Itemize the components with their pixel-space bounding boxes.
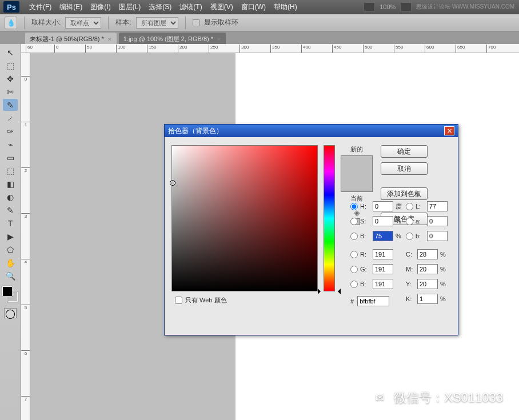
menu-layer[interactable]: 图层(L) xyxy=(115,2,145,12)
cancel-button[interactable]: 取消 xyxy=(381,162,428,175)
menu-help[interactable]: 帮助(H) xyxy=(270,2,301,12)
s-radio[interactable] xyxy=(350,218,358,225)
ruler-vertical: 0 1 2 3 4 5 6 7 xyxy=(21,53,30,420)
zoom-display: 100% xyxy=(380,3,396,10)
hand-tool[interactable]: ✋ xyxy=(3,257,18,269)
l-radio[interactable] xyxy=(406,203,413,210)
g-radio[interactable] xyxy=(350,266,358,273)
brush-tool[interactable]: ✑ xyxy=(3,125,18,137)
arrange-icon[interactable] xyxy=(400,2,412,11)
tab-close-icon[interactable]: ✕ xyxy=(107,37,112,42)
c-input[interactable] xyxy=(417,249,438,259)
eyedropper-tool[interactable]: ✎ xyxy=(3,99,18,111)
r-input[interactable] xyxy=(373,249,393,259)
close-icon[interactable]: ✕ xyxy=(444,126,454,135)
tab-untitled[interactable]: 未标题-1 @ 50%(RGB/8) * ✕ xyxy=(25,33,117,44)
eyedropper-tool-icon[interactable]: 💧 xyxy=(5,17,17,29)
tab-image[interactable]: 1.jpg @ 100% (图层 2, RGB/8) * ✕ xyxy=(119,33,226,44)
b-input[interactable] xyxy=(373,279,393,289)
bv-input[interactable] xyxy=(373,231,393,241)
k-input[interactable] xyxy=(417,294,438,304)
lab-cmyk-fields: L: a: b: C:% M:% Y:% K:% xyxy=(406,199,449,306)
menu-window[interactable]: 窗口(W) xyxy=(237,2,270,12)
r-radio[interactable] xyxy=(350,251,358,258)
a-radio[interactable] xyxy=(406,218,413,225)
web-only-checkbox[interactable] xyxy=(175,297,182,304)
saturation-value-field[interactable] xyxy=(171,145,318,291)
g-input[interactable] xyxy=(373,264,393,274)
add-swatch-button[interactable]: 添加到色板 xyxy=(381,187,428,200)
dialog-titlebar[interactable]: 拾色器（背景色） ✕ xyxy=(165,125,458,137)
new-color-label: 新的 xyxy=(350,145,363,154)
sample-size-select[interactable]: 取样点 xyxy=(65,17,101,29)
color-preview xyxy=(341,155,373,192)
y-input[interactable] xyxy=(417,279,438,289)
show-ring-checkbox[interactable] xyxy=(193,19,199,26)
ruler-horizontal: 60 0 50 100 150 200 250 300 350 400 450 … xyxy=(21,44,519,53)
tab-close-icon[interactable]: ✕ xyxy=(217,37,221,42)
top-watermark: 思缘设计论坛 WWW.MISSYUAN.COM xyxy=(416,3,514,11)
hsb-rgb-fields: H:度 S:% B:% R: G: B: xyxy=(350,199,405,291)
hex-input[interactable] xyxy=(357,296,389,306)
foreground-swatch[interactable] xyxy=(2,286,13,297)
hex-label: # xyxy=(350,298,354,305)
history-brush-tool[interactable]: ▭ xyxy=(3,151,18,163)
menu-select[interactable]: 选择(S) xyxy=(145,2,175,12)
tab-label: 1.jpg @ 100% (图层 2, RGB/8) * xyxy=(123,35,213,43)
type-tool[interactable]: T xyxy=(3,217,18,229)
lb-radio[interactable] xyxy=(406,233,413,240)
m-input[interactable] xyxy=(417,264,438,274)
s-input[interactable] xyxy=(373,216,393,226)
path-select-tool[interactable]: ▶ xyxy=(3,230,18,242)
a-input[interactable] xyxy=(427,216,448,226)
move-tool[interactable]: ↖ xyxy=(3,46,18,58)
bottom-watermark: ✉ 微信号：XS011033 xyxy=(371,389,503,406)
toolbox: ↖ ⬚ ✥ ✄ ✎ ⟋ ✑ ⌁ ▭ ⬚ ◧ ◐ ✎ T ▶ ⬠ ✋ 🔍 ◯ xyxy=(0,44,21,420)
lb-input[interactable] xyxy=(427,231,448,241)
sample-label: 样本: xyxy=(115,18,131,27)
show-ring-label: 显示取样环 xyxy=(204,18,238,27)
pen-tool[interactable]: ✎ xyxy=(3,204,18,216)
web-only-label: 只有 Web 颜色 xyxy=(185,296,227,305)
menu-file[interactable]: 文件(F) xyxy=(25,2,55,12)
menu-edit[interactable]: 编辑(E) xyxy=(55,2,86,12)
sv-cursor-icon xyxy=(170,180,175,186)
tab-label: 未标题-1 @ 50%(RGB/8) * xyxy=(30,35,104,43)
bl-radio[interactable] xyxy=(350,281,358,288)
screen-mode-icon[interactable] xyxy=(364,2,375,11)
zoom-tool[interactable]: 🔍 xyxy=(3,270,18,282)
sample-size-label: 取样大小: xyxy=(31,18,61,27)
wechat-icon: ✉ xyxy=(371,389,388,406)
ok-button[interactable]: 确定 xyxy=(381,145,428,158)
menu-image[interactable]: 图像(I) xyxy=(86,2,114,12)
shape-tool[interactable]: ⬠ xyxy=(3,243,18,255)
healing-tool[interactable]: ⟋ xyxy=(3,112,18,124)
options-bar: 💧 取样大小: 取样点 样本: 所有图层 显示取样环 xyxy=(0,14,519,31)
quickmask-toggle[interactable]: ◯ xyxy=(4,308,17,318)
menu-filter[interactable]: 滤镜(T) xyxy=(175,2,206,12)
blur-tool[interactable]: ◐ xyxy=(3,191,18,203)
dialog-title: 拾色器（背景色） xyxy=(168,126,223,136)
gradient-tool[interactable]: ◧ xyxy=(3,178,18,190)
app-logo: Ps xyxy=(3,1,19,13)
menu-bar: Ps 文件(F) 编辑(E) 图像(I) 图层(L) 选择(S) 滤镜(T) 视… xyxy=(0,0,519,14)
color-swatches[interactable] xyxy=(2,286,18,303)
new-color-swatch xyxy=(341,156,372,174)
web-only-row: 只有 Web 颜色 xyxy=(175,296,227,305)
h-radio[interactable] xyxy=(350,203,358,210)
marquee-tool[interactable]: ⬚ xyxy=(3,59,18,71)
h-input[interactable] xyxy=(373,201,393,211)
stamp-tool[interactable]: ⌁ xyxy=(3,138,18,150)
crop-tool[interactable]: ✄ xyxy=(3,86,18,98)
hex-row: # xyxy=(350,296,389,306)
hue-slider[interactable] xyxy=(324,145,335,291)
sample-layers-select[interactable]: 所有图层 xyxy=(136,17,178,29)
eraser-tool[interactable]: ⬚ xyxy=(3,165,18,177)
b-radio[interactable] xyxy=(350,233,358,240)
lasso-tool[interactable]: ✥ xyxy=(3,73,18,85)
menu-view[interactable]: 视图(V) xyxy=(206,2,237,12)
l-input[interactable] xyxy=(427,201,448,211)
current-color-swatch[interactable] xyxy=(341,174,372,191)
color-picker-dialog: 拾色器（背景色） ✕ 新的 当前 ◈ 确定 取消 添加到色板 颜色库 H:度 S xyxy=(164,124,458,335)
document-tabs: 未标题-1 @ 50%(RGB/8) * ✕ 1.jpg @ 100% (图层 … xyxy=(0,31,519,44)
